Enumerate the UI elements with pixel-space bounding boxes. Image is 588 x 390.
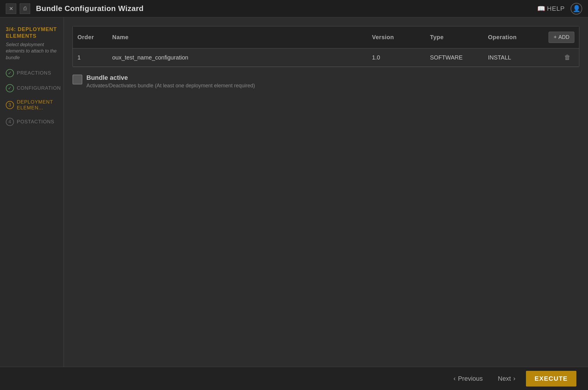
- plus-icon: +: [553, 34, 557, 40]
- preactions-label: PREACTIONS: [17, 70, 51, 76]
- sidebar-step-header: 3/4: DEPLOYMENT ELEMENTS Select deployme…: [0, 23, 63, 66]
- help-button[interactable]: 📖 HELP: [537, 5, 565, 12]
- column-type: Type: [425, 29, 483, 46]
- delete-row-button[interactable]: 🗑: [564, 54, 571, 61]
- chevron-left-icon: ‹: [453, 375, 455, 382]
- sidebar-item-postactions[interactable]: 4 POSTACTIONS: [0, 114, 63, 129]
- current-step-title: 3/4: DEPLOYMENT ELEMENTS: [6, 26, 58, 40]
- next-label: Next: [498, 375, 511, 382]
- bundle-active-section: Bundle active Activates/Deactivates bund…: [72, 74, 579, 89]
- postactions-step-icon: 4: [6, 118, 14, 126]
- bundle-active-info: Bundle active Activates/Deactivates bund…: [86, 74, 255, 89]
- topbar-icons: ✕ ⎙: [6, 3, 30, 14]
- configuration-label: CONFIGURATION: [17, 85, 61, 91]
- sidebar-item-preactions[interactable]: ✓ PREACTIONS: [0, 66, 63, 81]
- table-header: Order Name Version Type Operation + ADD: [73, 26, 579, 48]
- table-row: 1 oux_test_name_configuration 1.0 SOFTWA…: [73, 48, 579, 67]
- add-button[interactable]: + ADD: [549, 32, 574, 43]
- bundle-active-description: Activates/Deactivates bundle (At least o…: [86, 83, 255, 89]
- postactions-label: POSTACTIONS: [17, 119, 54, 125]
- deployment-label: DEPLOYMENT ELEMEN...: [17, 99, 58, 111]
- deployment-table: Order Name Version Type Operation + ADD …: [72, 26, 579, 67]
- chevron-right-icon: ›: [513, 375, 515, 382]
- step-description: Select deployment elements to attach to …: [6, 41, 58, 61]
- column-order: Order: [73, 29, 108, 46]
- main-content: Order Name Version Type Operation + ADD …: [64, 17, 588, 390]
- topbar: ✕ ⎙ Bundle Configuration Wizard 📖 HELP 👤: [0, 0, 588, 17]
- user-avatar[interactable]: 👤: [571, 3, 582, 15]
- configuration-check-icon: ✓: [6, 84, 14, 92]
- page-title: Bundle Configuration Wizard: [36, 4, 537, 13]
- previous-button[interactable]: ‹ Previous: [449, 372, 487, 385]
- topbar-right: 📖 HELP 👤: [537, 3, 582, 15]
- bundle-active-label: Bundle active: [86, 74, 255, 82]
- delete-cell: 🗑: [556, 48, 579, 66]
- cell-order: 1: [73, 49, 108, 66]
- cell-name: oux_test_name_configuration: [108, 49, 367, 66]
- footer: ‹ Previous Next › EXECUTE: [0, 367, 588, 390]
- book-icon: 📖: [537, 5, 545, 12]
- preactions-check-icon: ✓: [6, 69, 14, 77]
- cell-version: 1.0: [367, 49, 425, 66]
- sidebar-item-deployment[interactable]: 3 DEPLOYMENT ELEMEN...: [0, 96, 63, 114]
- sidebar: 3/4: DEPLOYMENT ELEMENTS Select deployme…: [0, 17, 64, 390]
- column-version: Version: [367, 29, 425, 46]
- main-layout: 3/4: DEPLOYMENT ELEMENTS Select deployme…: [0, 17, 588, 390]
- close-icon[interactable]: ✕: [6, 3, 16, 14]
- execute-button[interactable]: EXECUTE: [526, 371, 576, 387]
- help-label: HELP: [547, 5, 565, 12]
- bundle-active-checkbox[interactable]: [72, 75, 82, 84]
- deployment-step-icon: 3: [6, 101, 14, 109]
- sidebar-item-configuration[interactable]: ✓ CONFIGURATION: [0, 81, 63, 96]
- column-name: Name: [108, 29, 367, 46]
- add-label: ADD: [558, 34, 569, 40]
- previous-label: Previous: [458, 375, 483, 382]
- add-button-cell: + ADD: [556, 26, 579, 48]
- print-icon[interactable]: ⎙: [20, 3, 30, 14]
- step-number: 3/4:: [6, 26, 16, 32]
- column-operation: Operation: [483, 29, 556, 46]
- cell-type: SOFTWARE: [425, 49, 483, 66]
- cell-operation: INSTALL: [483, 49, 556, 66]
- next-button[interactable]: Next ›: [493, 372, 520, 385]
